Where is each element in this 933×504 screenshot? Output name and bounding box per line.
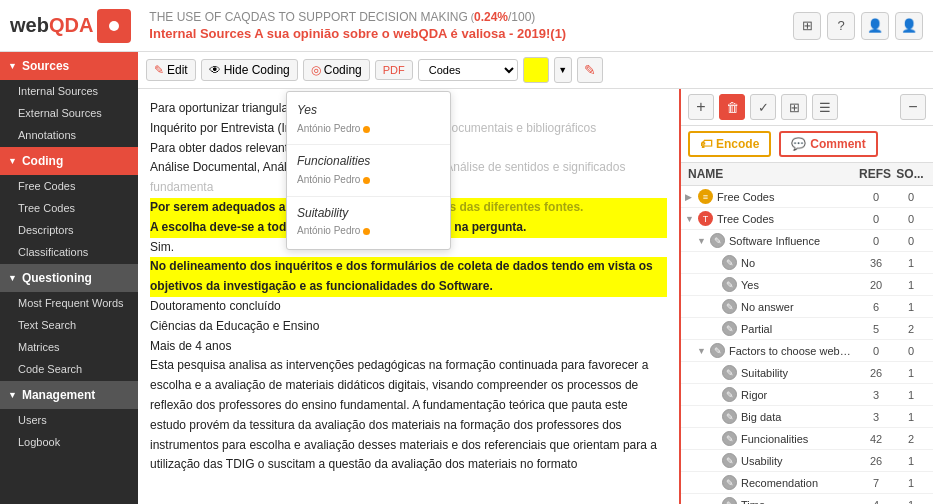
- sidebar-item-tree-codes[interactable]: Tree Codes: [0, 197, 138, 219]
- sidebar-item-external-sources[interactable]: External Sources: [0, 102, 138, 124]
- tree-row[interactable]: ✎Suitability261: [681, 362, 933, 384]
- tree-chevron-icon[interactable]: ▼: [697, 346, 707, 356]
- tree-chevron-icon[interactable]: ▼: [685, 214, 695, 224]
- check-icon-btn[interactable]: ✓: [750, 94, 776, 120]
- tree-row[interactable]: ✎Funcionalities422: [681, 428, 933, 450]
- tree-item-icon: ✎: [710, 233, 725, 248]
- tree-item-so: 1: [895, 367, 927, 379]
- tree-row[interactable]: ▼✎Software Influence00: [681, 230, 933, 252]
- dropdown-item-funcionalities[interactable]: Funcionalities António Pedro: [287, 147, 450, 193]
- dropdown-item-func-label: Funcionalities: [297, 152, 440, 172]
- sidebar-section-coding: ▼ Coding Free Codes Tree Codes Descripto…: [0, 146, 138, 263]
- sidebar-item-annotations[interactable]: Annotations: [0, 124, 138, 146]
- tree-row[interactable]: ▼TTree Codes00: [681, 208, 933, 230]
- encode-button[interactable]: 🏷 Encode: [688, 131, 771, 157]
- tree-item-label: No answer: [741, 301, 857, 313]
- th-so: SO...: [894, 167, 926, 181]
- logo-qda: QDA: [49, 14, 93, 37]
- coding-button[interactable]: ◎ Coding: [303, 59, 370, 81]
- tree-item-icon: ✎: [722, 409, 737, 424]
- tree-item-label: Factors to choose webQDA: [729, 345, 857, 357]
- logo: webQDA: [10, 9, 131, 43]
- tree-row[interactable]: ✎Partial52: [681, 318, 933, 340]
- sidebar-item-logbook[interactable]: Logbook: [0, 431, 138, 453]
- tree-item-icon: ✎: [722, 431, 737, 446]
- sidebar-section-header-coding[interactable]: ▼ Coding: [0, 147, 138, 175]
- tree-item-label: No: [741, 257, 857, 269]
- tree-item-icon: ✎: [710, 343, 725, 358]
- questioning-label: Questioning: [22, 271, 92, 285]
- sidebar-item-internal-sources[interactable]: Internal Sources: [0, 80, 138, 102]
- edit-icon: ✎: [154, 63, 164, 77]
- tree-item-refs: 0: [857, 345, 895, 357]
- dropdown-item-suitability[interactable]: Suitability António Pedro: [287, 199, 450, 245]
- sidebar-item-matrices[interactable]: Matrices: [0, 336, 138, 358]
- hide-coding-button[interactable]: 👁 Hide Coding: [201, 59, 298, 81]
- tree-row[interactable]: ▼✎Factors to choose webQDA00: [681, 340, 933, 362]
- comment-button[interactable]: 💬 Comment: [779, 131, 877, 157]
- sidebar-item-descriptors[interactable]: Descriptors: [0, 219, 138, 241]
- person-icon-btn[interactable]: 👤: [861, 12, 889, 40]
- tree-row[interactable]: ✎Big data31: [681, 406, 933, 428]
- tree-row[interactable]: ✎Recomendation71: [681, 472, 933, 494]
- sidebar-item-users[interactable]: Users: [0, 409, 138, 431]
- edit-button[interactable]: ✎ Edit: [146, 59, 196, 81]
- pdf-button[interactable]: PDF: [375, 60, 413, 80]
- doc-para-11: Mais de 4 anos: [150, 337, 667, 357]
- tree-row[interactable]: ✎Yes201: [681, 274, 933, 296]
- move-icon-btn[interactable]: ⊞: [781, 94, 807, 120]
- tree-item-so: 0: [895, 235, 927, 247]
- sidebar-item-most-frequent-words[interactable]: Most Frequent Words: [0, 292, 138, 314]
- sidebar-item-text-search[interactable]: Text Search: [0, 314, 138, 336]
- header-icons-area: ⊞ ? 👤 👤: [793, 12, 923, 40]
- dropdown-item-yes-user: António Pedro: [297, 121, 440, 138]
- color-arrow-btn[interactable]: ▼: [554, 57, 572, 83]
- document-area: Yes António Pedro Funcionalities António…: [138, 89, 681, 504]
- sidebar-section-header-questioning[interactable]: ▼ Questioning: [0, 264, 138, 292]
- account-icon-btn[interactable]: 👤: [895, 12, 923, 40]
- tree-item-so: 1: [895, 455, 927, 467]
- options-icon-btn[interactable]: ☰: [812, 94, 838, 120]
- tree-item-so: 0: [895, 191, 927, 203]
- color-picker[interactable]: [523, 57, 549, 83]
- tree-item-label: Free Codes: [717, 191, 857, 203]
- delete-icon-btn[interactable]: 🗑: [719, 94, 745, 120]
- tree-row[interactable]: ✎Usability261: [681, 450, 933, 472]
- dropdown-menu[interactable]: Yes António Pedro Funcionalities António…: [286, 91, 451, 250]
- dropdown-item-yes[interactable]: Yes António Pedro: [287, 96, 450, 142]
- pencil-icon-btn[interactable]: ✎: [577, 57, 603, 83]
- sources-label: Sources: [22, 59, 69, 73]
- tree-item-icon: ✎: [722, 321, 737, 336]
- sidebar-item-code-search[interactable]: Code Search: [0, 358, 138, 380]
- dropdown-item-yes-label: Yes: [297, 101, 440, 121]
- sidebar-item-free-codes[interactable]: Free Codes: [0, 175, 138, 197]
- tree-item-icon: ✎: [722, 299, 737, 314]
- doc-para-8: No delineamento dos inquéritos e dos for…: [150, 257, 667, 297]
- right-panel: + 🗑 ✓ ⊞ ☰ − 🏷 Encode 💬 Comment: [681, 89, 933, 504]
- edit-label: Edit: [167, 63, 188, 77]
- tree-row[interactable]: ✎No361: [681, 252, 933, 274]
- tree-row[interactable]: ✎Rigor31: [681, 384, 933, 406]
- sidebar-section-questioning: ▼ Questioning Most Frequent Words Text S…: [0, 263, 138, 380]
- add-icon-btn[interactable]: +: [688, 94, 714, 120]
- help-icon-btn[interactable]: ?: [827, 12, 855, 40]
- doc-para-10: Ciências da Educação e Ensino: [150, 317, 667, 337]
- encode-label: Encode: [716, 137, 759, 151]
- tree-item-refs: 0: [857, 213, 895, 225]
- tree-chevron-icon[interactable]: ▼: [697, 236, 707, 246]
- sidebar-section-header-management[interactable]: ▼ Management: [0, 381, 138, 409]
- collapse-right-btn[interactable]: −: [900, 94, 926, 120]
- tree-chevron-icon[interactable]: ▶: [685, 192, 695, 202]
- tree-row[interactable]: ✎No answer61: [681, 296, 933, 318]
- sidebar-section-header-sources[interactable]: ▼ Sources: [0, 52, 138, 80]
- tree-row[interactable]: ▶≡Free Codes00: [681, 186, 933, 208]
- tree-row[interactable]: ✎Time41: [681, 494, 933, 504]
- sidebar-item-classifications[interactable]: Classifications: [0, 241, 138, 263]
- grid-icon-btn[interactable]: ⊞: [793, 12, 821, 40]
- comment-label: Comment: [810, 137, 865, 151]
- chevron-management-icon: ▼: [8, 390, 17, 400]
- tree-item-icon: ✎: [722, 255, 737, 270]
- chevron-coding-icon: ▼: [8, 156, 17, 166]
- codes-select[interactable]: Codes: [418, 59, 518, 81]
- tree-item-so: 1: [895, 477, 927, 489]
